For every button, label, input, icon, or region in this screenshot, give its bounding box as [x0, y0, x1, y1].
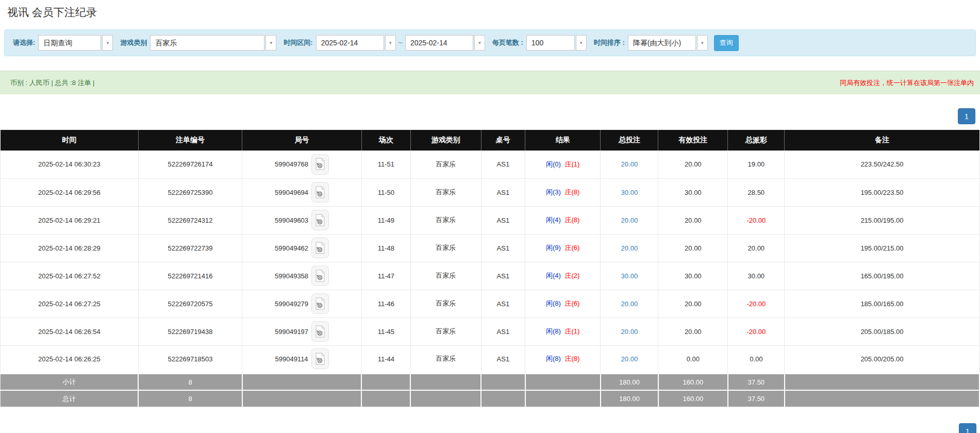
- game-type-select[interactable]: 百家乐 ▼: [150, 35, 276, 51]
- cell-result: 闲(4) 庄(2): [525, 262, 601, 290]
- total-label: 总计: [1, 390, 139, 407]
- total-empty: [242, 390, 362, 407]
- cell-total-bet-link[interactable]: 30.00: [601, 178, 658, 206]
- total-empty: [361, 390, 410, 407]
- valid-bet-notice-text: 同局有效投注，统一计算在该局第一张注单内: [840, 78, 974, 88]
- video-replay-button[interactable]: [311, 238, 329, 258]
- chevron-down-icon[interactable]: ▼: [265, 35, 276, 51]
- total-empty: [785, 390, 979, 407]
- cell-result: 闲(9) 庄(6): [525, 234, 601, 262]
- page-size-select[interactable]: 100 ▼: [526, 35, 587, 51]
- cell-result: 闲(4) 庄(8): [525, 206, 601, 234]
- video-replay-button[interactable]: [311, 265, 329, 286]
- cell-total-bet-link[interactable]: 20.00: [601, 206, 658, 234]
- chevron-down-icon[interactable]: ▼: [385, 35, 396, 51]
- round-id-text: 599049768: [275, 160, 308, 168]
- total-count: 8: [138, 390, 242, 407]
- result-banker: 庄(1): [565, 160, 580, 168]
- column-header-time: 时间: [1, 130, 139, 151]
- cell-remark: 215.00/195.00: [785, 206, 979, 234]
- result-player: 闲(8): [546, 355, 561, 362]
- cell-total-bet-link[interactable]: 20.00: [601, 151, 658, 178]
- result-banker: 庄(8): [565, 216, 580, 224]
- cell-total-bet-link[interactable]: 30.00: [601, 262, 658, 290]
- sort-order-select[interactable]: 降幂(由大到小) ▼: [628, 35, 708, 51]
- result-banker: 庄(6): [565, 299, 580, 307]
- query-mode-select[interactable]: 日期查询 ▼: [38, 35, 113, 51]
- cell-table: AS1: [481, 345, 525, 373]
- cell-table: AS1: [481, 151, 525, 178]
- cell-valid-bet: 30.00: [658, 178, 728, 206]
- cell-total-bet-link[interactable]: 20.00: [601, 290, 658, 318]
- video-file-icon: [315, 353, 325, 365]
- search-button[interactable]: 查询: [714, 35, 739, 51]
- cell-time: 2025-02-14 06:29:56: [1, 178, 139, 206]
- chevron-down-icon[interactable]: ▼: [697, 35, 708, 51]
- date-from-select[interactable]: 2025-02-14 ▼: [316, 35, 396, 51]
- date-from-value[interactable]: 2025-02-14: [316, 35, 384, 51]
- cell-table: AS1: [481, 206, 525, 234]
- time-range-label: 时间区间:: [284, 38, 312, 47]
- query-mode-value[interactable]: 日期查询: [38, 35, 101, 51]
- cell-session: 11-48: [361, 234, 410, 262]
- column-header-table: 桌号: [481, 130, 525, 151]
- result-player: 闲(9): [546, 244, 561, 252]
- cell-payout: -20.00: [728, 290, 785, 318]
- result-player: 闲(4): [546, 272, 561, 279]
- cell-total-bet-link[interactable]: 20.00: [601, 345, 658, 373]
- pagination-page-1-top[interactable]: 1: [958, 108, 975, 124]
- video-replay-button[interactable]: [311, 210, 329, 230]
- cell-table: AS1: [481, 262, 525, 290]
- cell-game-type: 百家乐: [410, 151, 481, 178]
- sort-order-value[interactable]: 降幂(由大到小): [628, 35, 696, 51]
- cell-payout: -20.00: [728, 318, 785, 345]
- cell-round: 599049694: [242, 178, 362, 206]
- cell-table: AS1: [481, 234, 525, 262]
- video-file-icon: [315, 158, 325, 171]
- date-to-value[interactable]: 2025-02-14: [405, 35, 473, 51]
- subtotal-empty: [242, 373, 362, 390]
- result-banker: 庄(1): [565, 327, 580, 335]
- total-valid-bet: 160.00: [658, 390, 728, 407]
- cell-bet-id: 522269725390: [138, 178, 242, 206]
- cell-round: 599049768: [242, 151, 362, 178]
- game-type-label: 游戏类别: [120, 38, 147, 47]
- cell-round: 599049358: [242, 262, 362, 290]
- total-empty: [410, 390, 481, 407]
- pagination-page-1-bottom[interactable]: 1: [959, 423, 976, 433]
- cell-result: 闲(0) 庄(1): [525, 151, 601, 178]
- subtotal-empty: [410, 373, 481, 390]
- cell-total-bet-link[interactable]: 20.00: [601, 234, 658, 262]
- video-replay-button[interactable]: [311, 154, 329, 175]
- page-size-value[interactable]: 100: [526, 35, 575, 51]
- table-row: 2025-02-14 06:26:54 522269719438 5990491…: [1, 318, 980, 345]
- video-replay-button[interactable]: [311, 293, 329, 314]
- chevron-down-icon[interactable]: ▼: [102, 35, 113, 51]
- cell-table: AS1: [481, 318, 525, 345]
- chevron-down-icon[interactable]: ▼: [474, 35, 485, 51]
- currency-summary-text: 币别 : 人民币 | 总共 :8 注单 |: [10, 78, 95, 88]
- video-replay-button[interactable]: [311, 321, 329, 342]
- cell-bet-id: 522269718503: [138, 345, 242, 373]
- game-type-value[interactable]: 百家乐: [150, 35, 264, 51]
- chevron-down-icon[interactable]: ▼: [576, 35, 587, 51]
- cell-total-bet-link[interactable]: 20.00: [601, 318, 658, 345]
- date-to-select[interactable]: 2025-02-14 ▼: [405, 35, 485, 51]
- total-empty: [481, 390, 525, 407]
- video-replay-button[interactable]: [311, 348, 329, 369]
- cell-valid-bet: 20.00: [658, 290, 728, 318]
- subtotal-empty: [481, 373, 525, 390]
- subtotal-empty: [785, 373, 979, 390]
- video-replay-button[interactable]: [311, 182, 329, 203]
- cell-session: 11-44: [361, 345, 410, 373]
- cell-session: 11-46: [361, 290, 410, 318]
- video-file-icon: [315, 270, 325, 282]
- cell-remark: 185.00/165.00: [785, 290, 979, 318]
- round-id-text: 599049694: [275, 189, 308, 196]
- column-header-session: 场次: [361, 130, 410, 151]
- table-body: 2025-02-14 06:30:23 522269726174 5990497…: [1, 151, 980, 373]
- cell-game-type: 百家乐: [410, 262, 481, 290]
- cell-bet-id: 522269721416: [138, 262, 242, 290]
- cell-game-type: 百家乐: [410, 234, 481, 262]
- cell-bet-id: 522269720575: [138, 290, 242, 318]
